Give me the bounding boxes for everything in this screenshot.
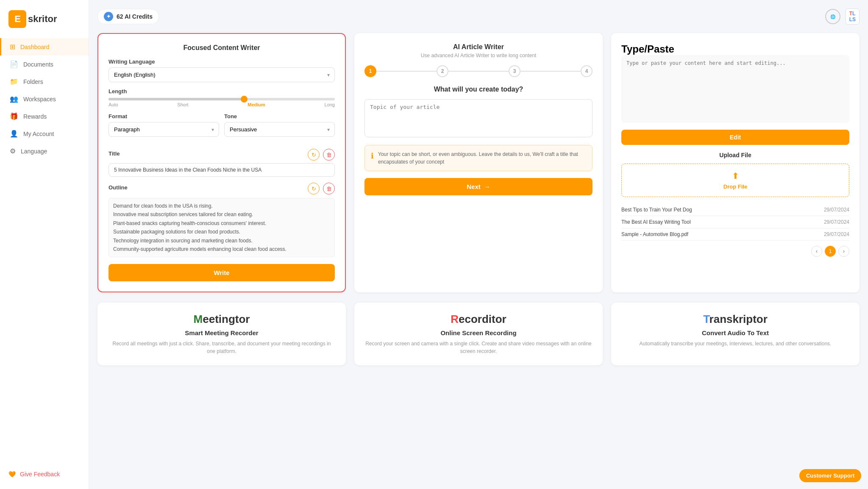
length-auto: Auto — [108, 102, 118, 107]
credits-label: 62 AI Credits — [117, 13, 153, 20]
step-4: 4 — [581, 65, 593, 77]
recorditor-desc: Record your screen and camera with a sin… — [364, 340, 593, 355]
tl-s: S — [852, 17, 856, 22]
title-header: Title ↻ 🗑 — [108, 149, 335, 161]
format-label: Format — [108, 113, 219, 119]
logo-area: E skritor — [0, 7, 89, 38]
outline-delete-button[interactable]: 🗑 — [323, 183, 335, 194]
workspaces-icon: 👥 — [10, 95, 18, 103]
customer-support-button[interactable]: Customer Support — [799, 469, 861, 482]
feedback-icon: 🧡 — [8, 471, 16, 478]
outline-item: Community-supported agriculture models e… — [113, 245, 330, 253]
nav-item-workspaces[interactable]: 👥 Workspaces — [0, 90, 89, 108]
outline-refresh-button[interactable]: ↻ — [308, 183, 320, 194]
cards-row: → Focused Content Writer Writing Languag… — [97, 33, 860, 292]
prev-page-button[interactable]: ‹ — [811, 246, 822, 257]
meetingtor-logo: Meetingtor — [108, 313, 336, 326]
file-date: 29/07/2024 — [824, 219, 849, 225]
file-date: 29/07/2024 — [824, 231, 849, 237]
type-paste-textarea[interactable] — [621, 55, 849, 123]
title-refresh-button[interactable]: ↻ — [308, 149, 320, 161]
recent-files: Best Tips to Train Your Pet Dog 29/07/20… — [621, 204, 849, 241]
slider-fill — [108, 98, 244, 100]
nav-label-my-account: My Account — [23, 131, 54, 137]
type-paste-title: Type/Paste — [621, 43, 849, 55]
step-line-2-3 — [448, 71, 509, 72]
tl-l: L — [852, 11, 855, 17]
writing-language-wrapper: English (English) Spanish French ▾ — [108, 67, 335, 82]
nav-label-language: Language — [21, 148, 47, 155]
length-section: Length Auto Short Medium Long — [108, 88, 335, 107]
tone-label: Tone — [224, 113, 335, 119]
logo-icon: E — [8, 10, 26, 28]
step-3: 3 — [509, 65, 520, 77]
recent-file-row[interactable]: Best Tips to Train Your Pet Dog 29/07/20… — [621, 204, 849, 216]
steps-row: 1 2 3 4 — [364, 65, 593, 77]
length-long: Long — [325, 102, 335, 107]
recorditor-logo: Recorditor — [364, 313, 593, 326]
nav-label-dashboard: Dashboard — [20, 44, 50, 50]
nav-item-my-account[interactable]: 👤 My Account — [0, 125, 89, 142]
file-name: Best Tips to Train Your Pet Dog — [621, 207, 692, 213]
length-medium: Medium — [248, 102, 265, 107]
outline-label: Outline — [108, 184, 128, 191]
length-labels: Auto Short Medium Long — [108, 102, 335, 107]
top-right: 🌐 TL LS — [825, 8, 860, 25]
nav-label-documents: Documents — [23, 61, 53, 68]
transkriptor-card: Transkriptor Convert Audio To Text Autom… — [611, 303, 860, 365]
tl-l2: L — [849, 17, 852, 22]
info-box: ℹ Your topic can be short, or even ambig… — [364, 145, 593, 171]
topic-textarea[interactable] — [364, 99, 593, 137]
format-group: Format Paragraph List ▾ — [108, 113, 219, 143]
length-label: Length — [108, 88, 335, 94]
outline-item: Innovative meal subscription services ta… — [113, 210, 330, 219]
credits-badge: ✦ 62 AI Credits — [97, 9, 159, 24]
format-select[interactable]: Paragraph List — [108, 122, 219, 137]
title-input[interactable] — [108, 163, 335, 177]
dashboard-icon: ⊞ — [10, 43, 15, 51]
write-button[interactable]: Write — [108, 264, 335, 281]
nav-label-rewards: Rewards — [23, 113, 47, 120]
title-actions: ↻ 🗑 — [308, 149, 335, 161]
writing-language-select[interactable]: English (English) Spanish French — [108, 67, 335, 82]
next-button[interactable]: Next → — [364, 178, 593, 195]
outline-item: Sustainable packaging solutions for clea… — [113, 228, 330, 236]
step-2: 2 — [437, 65, 448, 77]
my-account-icon: 👤 — [10, 130, 18, 138]
file-name: Sample - Automotive Blog.pdf — [621, 231, 688, 237]
next-page-button[interactable]: › — [838, 246, 849, 257]
documents-icon: 📄 — [10, 60, 18, 68]
give-feedback-button[interactable]: 🧡 Give Feedback — [0, 466, 89, 482]
next-arrow-icon: → — [484, 183, 490, 190]
edit-button[interactable]: Edit — [621, 130, 849, 145]
upload-icon: ⬆ — [732, 171, 739, 181]
current-page-button[interactable]: 1 — [825, 246, 836, 257]
title-delete-button[interactable]: 🗑 — [323, 149, 335, 161]
length-short: Short — [177, 102, 188, 107]
tone-select[interactable]: Persuasive Formal Casual — [224, 122, 335, 137]
step-1: 1 — [364, 65, 376, 77]
writing-language-label: Writing Language — [108, 58, 335, 65]
length-slider[interactable] — [108, 98, 335, 100]
outline-item: Technology integration in sourcing and m… — [113, 236, 330, 245]
recent-file-row[interactable]: The Best AI Essay Writing Tool 29/07/202… — [621, 216, 849, 228]
nav-item-language[interactable]: ⚙ Language — [0, 142, 89, 160]
recent-file-row[interactable]: Sample - Automotive Blog.pdf 29/07/2024 — [621, 228, 849, 241]
drop-area[interactable]: ⬆ Drop File — [621, 164, 849, 197]
outline-list: Demand for clean foods in the USA is ris… — [108, 198, 335, 257]
next-label: Next — [467, 183, 481, 190]
ai-question: What will you create today? — [364, 86, 593, 93]
info-text: Your topic can be short, or even ambiguo… — [378, 150, 586, 166]
ai-title: AI Article Writer — [364, 43, 593, 51]
rewards-icon: 🎁 — [10, 112, 18, 120]
slider-thumb[interactable] — [241, 96, 248, 103]
title-section-label: Title — [108, 150, 120, 157]
main-content: ✦ 62 AI Credits 🌐 TL LS → Focused Conten… — [89, 0, 868, 489]
nav-item-documents[interactable]: 📄 Documents — [0, 56, 89, 73]
nav-item-rewards[interactable]: 🎁 Rewards — [0, 108, 89, 125]
nav-item-folders[interactable]: 📁 Folders — [0, 73, 89, 90]
language-button[interactable]: 🌐 — [825, 9, 840, 24]
nav-item-dashboard[interactable]: ⊞ Dashboard — [0, 38, 89, 56]
focused-content-writer-card: → Focused Content Writer Writing Languag… — [97, 33, 346, 292]
ai-subtitle: Use advanced AI Article Writer to write … — [364, 53, 593, 58]
